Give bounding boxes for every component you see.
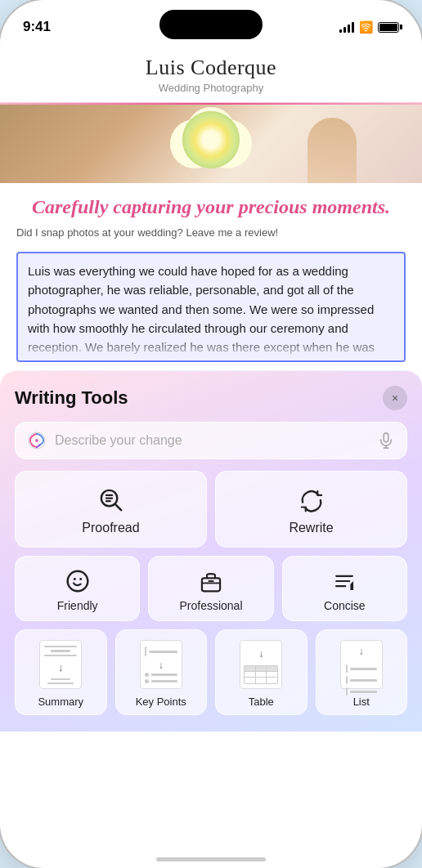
concise-icon [331, 568, 357, 594]
svg-line-6 [114, 504, 120, 510]
table-grid-icon [244, 665, 278, 684]
summary-preview: ↓ [39, 640, 82, 689]
svg-point-11 [73, 578, 75, 580]
summary-button[interactable]: ↓ Summary [15, 629, 107, 715]
writing-tools-panel: Writing Tools × Describe your change [0, 370, 422, 732]
close-button[interactable]: × [383, 386, 407, 410]
signal-bars-icon [339, 21, 354, 33]
selected-text-content: Luis was everything we could have hoped … [28, 264, 375, 362]
rewrite-icon [298, 486, 325, 514]
list-format-icon [344, 663, 379, 697]
tools-row-large: Proofread Rewrite [15, 471, 407, 548]
site-title: Luis Coderque [16, 56, 406, 80]
friendly-button[interactable]: Friendly [15, 556, 140, 621]
table-preview: ↓ [240, 640, 282, 689]
apple-intelligence-icon [27, 431, 47, 450]
hero-image [0, 105, 422, 183]
svg-rect-2 [384, 433, 388, 442]
rewrite-button[interactable]: Rewrite [215, 471, 407, 548]
list-arrow-icon: ↓ [359, 646, 364, 657]
selected-text-box: Luis was everything we could have hoped … [16, 252, 406, 362]
summary-arrow-icon: ↓ [58, 661, 64, 673]
table-arrow-icon: ↓ [258, 648, 263, 660]
site-subtitle: Wedding Photography [16, 82, 406, 94]
site-header: Luis Coderque Wedding Photography [0, 43, 422, 103]
website-content: Luis Coderque Wedding Photography Carefu… [0, 43, 422, 362]
list-button[interactable]: ↓ [316, 629, 408, 715]
table-label: Table [249, 696, 274, 708]
proofread-button[interactable]: Proofread [15, 471, 207, 548]
friendly-label: Friendly [57, 599, 98, 612]
review-prompt: Did I snap photos at your wedding? Leave… [0, 226, 422, 247]
proofread-label: Proofread [82, 521, 139, 535]
search-bar[interactable]: Describe your change [15, 422, 407, 459]
professional-label: Professional [179, 599, 242, 612]
table-button[interactable]: ↓ Table [215, 629, 308, 715]
site-tagline: Carefully capturing your precious moment… [0, 183, 422, 226]
concise-button[interactable]: Concise [282, 556, 407, 621]
battery-icon [378, 22, 399, 33]
key-points-label: Key Points [136, 696, 186, 708]
wifi-icon: 🛜 [359, 20, 373, 34]
summary-label: Summary [38, 696, 83, 708]
bride-figure [308, 118, 357, 183]
list-label: List [353, 696, 370, 708]
key-points-arrow-icon: ↓ [145, 660, 177, 671]
key-points-button[interactable]: ↓ Key Points [115, 629, 208, 715]
search-placeholder[interactable]: Describe your change [55, 433, 369, 448]
dynamic-island [159, 10, 263, 39]
tools-row-medium: Friendly Professional [15, 556, 407, 621]
svg-rect-13 [202, 578, 220, 591]
list-preview: ↓ [340, 640, 383, 689]
svg-point-1 [35, 439, 38, 442]
professional-button[interactable]: Professional [148, 556, 273, 621]
tools-row-cards: ↓ Summary ↓ [15, 629, 407, 715]
professional-icon [198, 568, 224, 594]
microphone-icon[interactable] [377, 432, 395, 450]
status-icons: 🛜 [339, 20, 399, 34]
phone-frame: 9:41 🛜 Luis Coderque Wedding Photography [0, 0, 422, 868]
svg-point-12 [79, 578, 82, 580]
svg-point-10 [67, 571, 88, 592]
hero-flowers-decoration [182, 111, 240, 168]
proofread-icon [97, 486, 125, 514]
friendly-icon [65, 568, 91, 594]
rewrite-label: Rewrite [289, 521, 333, 535]
status-time: 9:41 [23, 19, 51, 35]
home-indicator [156, 857, 266, 861]
panel-header: Writing Tools × [15, 386, 407, 410]
key-points-preview: ↓ [140, 640, 182, 689]
concise-label: Concise [324, 599, 366, 612]
panel-title: Writing Tools [15, 387, 128, 409]
